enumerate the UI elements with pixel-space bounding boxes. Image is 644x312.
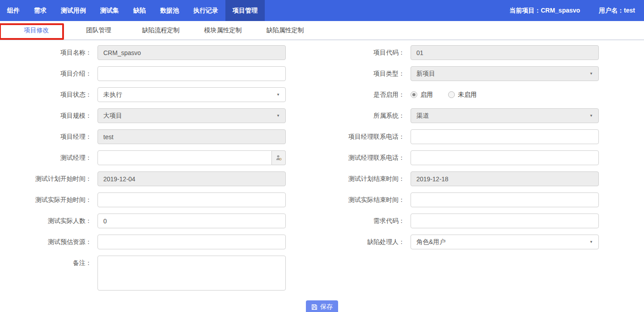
project-scale-select: 大项目▼	[97, 108, 286, 123]
requirement-code-row: 需求代码：	[322, 214, 644, 228]
test-manager-phone-input[interactable]	[411, 150, 599, 165]
project-intro-input[interactable]	[97, 66, 286, 81]
defect-handler-select[interactable]: 角色&用户▼	[411, 235, 599, 249]
dropdown-arrow-icon: ▼	[589, 114, 593, 118]
project-scale-label: 项目规模：	[0, 108, 92, 123]
defect-handler-row: 缺陷处理人：角色&用户▼	[322, 235, 644, 249]
actual-end-date-row: 测试实际结束时间：	[322, 192, 644, 207]
defect-handler-selected-value: 角色&用户	[416, 238, 445, 246]
project-manager-phone-input[interactable]	[411, 129, 599, 144]
nav-item-1[interactable]: 组件	[0, 0, 27, 21]
tab-4[interactable]: 模块属性定制	[192, 21, 254, 39]
dropdown-arrow-icon: ▼	[276, 114, 280, 118]
nav-item-4[interactable]: 测试集	[93, 0, 126, 21]
dropdown-arrow-icon: ▼	[589, 72, 593, 76]
test-manager-phone-row: 测试经理联系电话：	[322, 150, 644, 165]
project-code-input	[411, 45, 599, 60]
save-button-label: 保存	[320, 303, 333, 311]
defect-handler-label: 缺陷处理人：	[322, 235, 405, 249]
test-manager-input[interactable]	[97, 150, 272, 165]
system-selected-value: 渠道	[416, 112, 429, 120]
project-type-selected-value: 新项目	[416, 70, 435, 78]
estimated-resources-label: 测试预估资源：	[0, 235, 92, 249]
nav-item-3[interactable]: 测试用例	[54, 0, 93, 21]
project-manager-phone-row: 项目经理联系电话：	[322, 129, 644, 144]
actual-tester-count-row: 测试实际人数：	[0, 214, 322, 228]
top-nav: 组件需求测试用例测试集缺陷数据池执行记录项目管理 当前项目：CRM_spasvo…	[0, 0, 644, 21]
project-status-label: 项目状态：	[0, 87, 92, 102]
project-name-input	[97, 45, 286, 60]
radio-icon	[448, 91, 455, 98]
tab-1[interactable]: 项目修改	[5, 21, 68, 39]
project-manager-label: 项目经理：	[0, 129, 92, 144]
estimated-resources-input[interactable]	[97, 235, 286, 249]
project-code-row: 项目代码：	[322, 45, 644, 60]
system-select: 渠道▼	[411, 108, 599, 123]
enabled-toggle-option-2[interactable]: 未启用	[448, 91, 477, 99]
actual-start-date-input[interactable]	[97, 192, 286, 207]
plan-end-date-label: 测试计划结束时间：	[322, 171, 405, 186]
remarks-textarea[interactable]	[97, 256, 286, 291]
plan-end-date-row: 测试计划结束时间：	[322, 171, 644, 186]
dropdown-arrow-icon: ▼	[276, 93, 280, 97]
nav-item-6[interactable]: 数据池	[153, 0, 186, 21]
enabled-toggle-row: 是否启用：启用未启用	[322, 87, 644, 102]
nav-item-2[interactable]: 需求	[27, 0, 54, 21]
top-nav-right: 当前项目：CRM_spasvo 用户名：test	[509, 0, 644, 21]
project-type-label: 项目类型：	[322, 66, 405, 81]
remarks-row: 备注：	[0, 256, 322, 292]
requirement-code-input[interactable]	[411, 214, 599, 228]
actual-tester-count-label: 测试实际人数：	[0, 214, 92, 228]
plan-start-date-row: 测试计划开始时间：	[0, 171, 322, 186]
test-manager-label: 测试经理：	[0, 150, 92, 165]
current-project-label[interactable]: 当前项目：CRM_spasvo	[509, 7, 580, 15]
nav-item-5[interactable]: 缺陷	[126, 0, 153, 21]
project-type-select: 新项目▼	[411, 66, 599, 81]
requirement-code-label: 需求代码：	[322, 214, 405, 228]
tab-2[interactable]: 团队管理	[68, 21, 130, 39]
form-column-left: 项目名称：项目介绍：项目状态：未执行▼项目规模：大项目▼项目经理：测试经理：测试…	[0, 45, 322, 299]
nav-item-8[interactable]: 项目管理	[225, 0, 265, 21]
project-name-row: 项目名称：	[0, 45, 322, 60]
actual-end-date-input[interactable]	[411, 192, 599, 207]
project-manager-input	[97, 129, 286, 144]
enabled-toggle-option-label: 未启用	[458, 91, 477, 99]
save-row: 保存	[0, 300, 644, 312]
plan-start-date-label: 测试计划开始时间：	[0, 171, 92, 186]
project-code-label: 项目代码：	[322, 45, 405, 60]
project-scale-row: 项目规模：大项目▼	[0, 108, 322, 123]
system-label: 所属系统：	[322, 108, 405, 123]
actual-tester-count-input[interactable]	[97, 214, 286, 228]
remarks-label: 备注：	[0, 256, 92, 270]
actual-start-date-row: 测试实际开始时间：	[0, 192, 322, 207]
test-manager-row: 测试经理：	[0, 150, 322, 165]
save-button[interactable]: 保存	[306, 300, 338, 312]
project-manager-row: 项目经理：	[0, 129, 322, 144]
project-status-selected-value: 未执行	[103, 91, 122, 99]
project-status-row: 项目状态：未执行▼	[0, 87, 322, 102]
top-nav-items: 组件需求测试用例测试集缺陷数据池执行记录项目管理	[0, 0, 265, 21]
project-edit-form: 项目名称：项目介绍：项目状态：未执行▼项目规模：大项目▼项目经理：测试经理：测试…	[0, 40, 644, 312]
test-manager-phone-label: 测试经理联系电话：	[322, 150, 405, 165]
project-name-label: 项目名称：	[0, 45, 92, 60]
tab-3[interactable]: 缺陷流程定制	[130, 21, 192, 39]
nav-item-7[interactable]: 执行记录	[186, 0, 225, 21]
project-scale-selected-value: 大项目	[103, 112, 122, 120]
project-intro-row: 项目介绍：	[0, 66, 322, 81]
enabled-toggle-label: 是否启用：	[322, 87, 405, 102]
tab-5[interactable]: 缺陷属性定制	[254, 21, 316, 39]
plan-start-date-input	[97, 171, 286, 186]
test-manager-picker-button[interactable]	[272, 150, 286, 165]
username-label[interactable]: 用户名：test	[599, 7, 635, 15]
project-status-select[interactable]: 未执行▼	[97, 87, 286, 102]
save-icon	[311, 304, 318, 310]
project-type-row: 项目类型：新项目▼	[322, 66, 644, 81]
dropdown-arrow-icon: ▼	[589, 240, 593, 244]
estimated-resources-row: 测试预估资源：	[0, 235, 322, 249]
tab-bar: 项目修改团队管理缺陷流程定制模块属性定制缺陷属性定制	[0, 21, 644, 40]
plan-end-date-input	[411, 171, 599, 186]
radio-icon	[411, 91, 417, 98]
actual-start-date-label: 测试实际开始时间：	[0, 192, 92, 207]
enabled-toggle-option-1[interactable]: 启用	[411, 91, 433, 99]
project-intro-label: 项目介绍：	[0, 66, 92, 81]
